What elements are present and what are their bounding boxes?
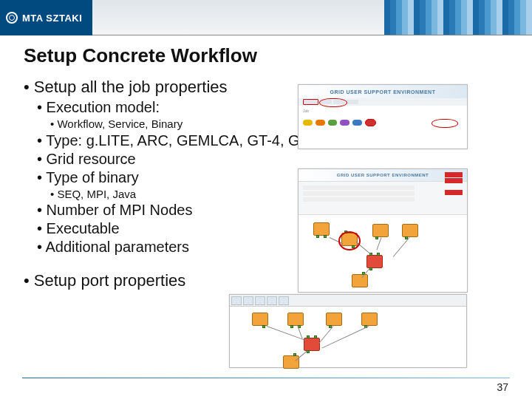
slide-header: MTA SZTAKI bbox=[0, 0, 532, 35]
toolbar-button-icon bbox=[255, 296, 265, 305]
action-button-icon bbox=[445, 190, 463, 195]
tab-active bbox=[303, 99, 318, 105]
app-banner: GRID USER SUPPORT ENVIRONMENT bbox=[299, 85, 467, 98]
slide-title: Setup Concrete Workflow bbox=[24, 44, 508, 67]
bullet-grid-resource: Grid resource bbox=[37, 150, 508, 168]
logo-icon bbox=[6, 12, 18, 24]
toolbar-button-icon bbox=[267, 296, 277, 305]
highlight-circle-icon bbox=[338, 231, 361, 250]
highlight-circle-icon bbox=[319, 98, 347, 107]
org-name: MTA SZTAKI bbox=[22, 13, 82, 24]
workflow-node-icon bbox=[372, 224, 389, 237]
editor-toolbar bbox=[230, 295, 466, 307]
screenshot-job-config: GRID USER SUPPORT ENVIRONMENT Job bbox=[298, 84, 468, 149]
action-button-icon bbox=[445, 172, 463, 177]
workflow-node-icon bbox=[361, 313, 378, 326]
tab-item bbox=[347, 100, 358, 104]
workflow-node-icon bbox=[283, 355, 299, 369]
workflow-canvas bbox=[299, 215, 467, 290]
workflow-node-icon bbox=[287, 313, 304, 326]
field-label: Job bbox=[303, 109, 309, 113]
workflow-node-icon bbox=[252, 313, 268, 326]
workflow-node-selected-icon bbox=[304, 338, 320, 351]
workflow-node-icon bbox=[326, 313, 342, 326]
header-gradient-icon bbox=[384, 0, 532, 35]
graph-canvas bbox=[230, 307, 466, 367]
property-panel bbox=[299, 181, 467, 215]
pill-icon bbox=[303, 120, 313, 126]
action-button-icon bbox=[445, 178, 463, 183]
app-banner: GRID USER SUPPORT ENVIRONMENT bbox=[299, 169, 467, 181]
pill-icon bbox=[340, 120, 349, 126]
workflow-node-selected-icon bbox=[366, 255, 383, 268]
screenshot-graph-editor bbox=[229, 294, 467, 368]
workflow-node-icon bbox=[402, 224, 418, 237]
toolbar-button-icon bbox=[243, 296, 253, 305]
workflow-node-icon bbox=[352, 274, 368, 287]
highlight-circle-icon bbox=[432, 119, 458, 128]
pill-icon bbox=[365, 119, 376, 126]
header-stripe bbox=[92, 0, 532, 35]
pill-icon bbox=[316, 120, 325, 126]
screenshot-workflow-editor: GRID USER SUPPORT ENVIRONMENT bbox=[298, 168, 468, 293]
page-number: 37 bbox=[497, 381, 508, 393]
toolbar-button-icon bbox=[231, 296, 242, 305]
pill-icon bbox=[328, 120, 338, 126]
workflow-node-icon bbox=[313, 222, 330, 236]
org-logo: MTA SZTAKI bbox=[0, 0, 92, 35]
toolbar-button-icon bbox=[279, 296, 289, 305]
footer-divider bbox=[22, 378, 510, 378]
pill-icon bbox=[352, 120, 362, 126]
